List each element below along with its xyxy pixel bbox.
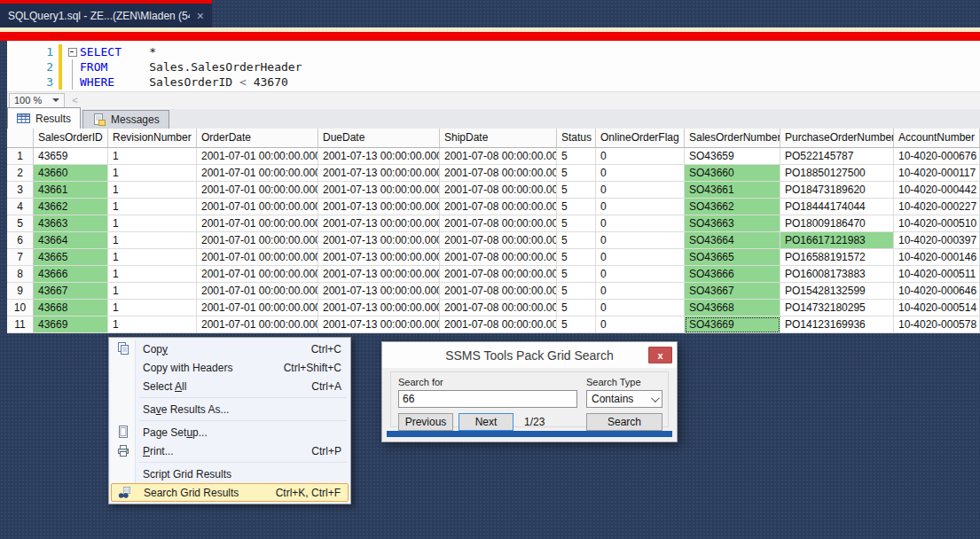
grid-cell[interactable]: 5 — [557, 199, 596, 215]
grid-cell[interactable]: 1 — [108, 316, 197, 333]
column-header[interactable]: Status — [557, 129, 596, 148]
grid-cell[interactable]: 0 — [596, 249, 685, 266]
grid-cell[interactable]: 5 — [557, 316, 596, 333]
column-header[interactable]: SalesOrderNumber — [685, 129, 780, 148]
grid-cell[interactable]: 43663 — [34, 215, 108, 232]
grid-cell[interactable]: 1 — [108, 165, 197, 182]
grid-cell[interactable]: PO16617121983 — [780, 232, 894, 249]
grid-cell[interactable]: SO43665 — [685, 249, 780, 266]
grid-cell[interactable]: 10-4020-000578 — [894, 316, 980, 333]
grid-cell[interactable]: 0 — [596, 148, 685, 165]
grid-cell[interactable]: SO43669 — [685, 316, 780, 333]
grid-cell[interactable]: 0 — [596, 199, 685, 215]
tab-messages[interactable]: Messages — [82, 110, 169, 129]
grid-cell[interactable]: SO43661 — [685, 182, 780, 199]
menu-item-copy-with-headers[interactable]: Copy with HeadersCtrl+Shift+C — [111, 358, 349, 377]
row-header[interactable]: 7 — [7, 249, 34, 266]
code-line[interactable]: 3WHERE SalesOrderID < 43670 — [7, 74, 980, 90]
grid-cell[interactable]: PO522145787 — [780, 148, 894, 165]
grid-cell[interactable]: 2001-07-01 00:00:00.000 — [197, 249, 318, 266]
grid-cell[interactable]: 10-4020-000117 — [894, 165, 980, 182]
grid-cell[interactable]: 10-4020-000227 — [894, 199, 980, 215]
grid-cell[interactable]: PO16008173883 — [780, 266, 894, 283]
grid-cell[interactable]: 1 — [108, 199, 197, 215]
column-header[interactable]: OnlineOrderFlag — [596, 129, 685, 148]
menu-item-copy[interactable]: CopyCtrl+C — [111, 340, 349, 358]
grid-cell[interactable]: 2001-07-13 00:00:00.000 — [318, 148, 440, 165]
grid-cell[interactable]: SO43662 — [685, 199, 780, 215]
grid-cell[interactable]: 1 — [108, 266, 197, 283]
sql-editor[interactable]: 1SELECT *2FROM Sales.SalesOrderHeader3WH… — [7, 41, 980, 91]
grid-cell[interactable]: 2001-07-01 00:00:00.000 — [197, 266, 318, 283]
row-header[interactable]: 8 — [7, 266, 34, 283]
menu-item-search-grid-results[interactable]: Search Grid ResultsCtrl+K, Ctrl+F — [111, 483, 349, 502]
grid-cell[interactable]: PO18444174044 — [780, 199, 894, 215]
column-header[interactable]: RevisionNumber — [108, 129, 197, 148]
grid-cell[interactable]: 1 — [108, 182, 197, 199]
grid-cell[interactable]: 2001-07-08 00:00:00.000 — [440, 148, 557, 165]
grid-cell[interactable]: SO43667 — [685, 283, 780, 300]
grid-cell[interactable]: 0 — [596, 283, 685, 300]
grid-cell[interactable]: SO43660 — [685, 165, 780, 182]
grid-cell[interactable]: 43667 — [34, 283, 108, 300]
menu-item-print[interactable]: Print...Ctrl+P — [111, 441, 349, 460]
grid-cell[interactable]: SO43659 — [685, 148, 780, 165]
grid-cell[interactable]: 5 — [557, 215, 596, 232]
grid-cell[interactable]: 2001-07-13 00:00:00.000 — [318, 232, 440, 249]
grid-cell[interactable]: 10-4020-000397 — [894, 232, 980, 249]
grid-cell[interactable]: 43660 — [34, 165, 108, 182]
tab-results[interactable]: Results — [7, 107, 81, 129]
grid-cell[interactable]: 43659 — [34, 148, 108, 165]
grid-cell[interactable]: SO43663 — [685, 215, 780, 232]
grid-cell[interactable]: 2001-07-01 00:00:00.000 — [197, 215, 318, 232]
grid-cell[interactable]: 2001-07-13 00:00:00.000 — [318, 182, 440, 199]
grid-cell[interactable]: 2001-07-08 00:00:00.000 — [440, 232, 557, 249]
grid-cell[interactable]: PO15428132599 — [780, 283, 894, 300]
grid-cell[interactable]: PO18850127500 — [780, 165, 894, 182]
grid-cell[interactable]: 2001-07-01 00:00:00.000 — [197, 199, 318, 215]
grid-cell[interactable]: 2001-07-13 00:00:00.000 — [318, 199, 440, 215]
grid-cell[interactable]: 2001-07-01 00:00:00.000 — [197, 283, 318, 300]
grid-cell[interactable]: 2001-07-01 00:00:00.000 — [197, 300, 318, 316]
grid-cell[interactable]: 43669 — [34, 316, 108, 333]
column-header[interactable]: ShipDate — [440, 129, 557, 148]
grid-cell[interactable]: 2001-07-13 00:00:00.000 — [318, 249, 440, 266]
grid-cell[interactable]: 5 — [557, 148, 596, 165]
grid-cell[interactable]: 2001-07-01 00:00:00.000 — [197, 182, 318, 199]
search-type-select[interactable]: Contains — [586, 390, 662, 408]
column-header[interactable]: AccountNumber — [894, 129, 980, 148]
grid-cell[interactable]: SO43664 — [685, 232, 780, 249]
collapse-minus-icon[interactable] — [67, 44, 80, 59]
grid-cell[interactable]: 0 — [596, 300, 685, 316]
close-icon[interactable]: × — [197, 10, 204, 22]
grid-cell[interactable]: 2001-07-08 00:00:00.000 — [440, 300, 557, 316]
grid-cell[interactable]: 0 — [596, 232, 685, 249]
row-header[interactable]: 6 — [7, 232, 34, 249]
next-button[interactable]: Next — [459, 413, 514, 431]
search-input[interactable] — [398, 390, 577, 408]
dialog-titlebar[interactable]: SSMS Tools Pack Grid Search x — [382, 342, 677, 368]
row-header[interactable]: 11 — [7, 316, 34, 333]
grid-cell[interactable]: PO14123169936 — [780, 316, 894, 333]
grid-cell[interactable]: 10-4020-000511 — [894, 266, 980, 283]
select-all-corner[interactable] — [7, 129, 34, 148]
grid-cell[interactable]: 2001-07-08 00:00:00.000 — [440, 283, 557, 300]
grid-cell[interactable]: PO14732180295 — [780, 300, 894, 316]
grid-cell[interactable]: 2001-07-08 00:00:00.000 — [440, 165, 557, 182]
column-header[interactable]: DueDate — [318, 129, 440, 148]
grid-cell[interactable]: 1 — [108, 249, 197, 266]
grid-cell[interactable]: 2001-07-01 00:00:00.000 — [197, 316, 318, 333]
grid-cell[interactable]: 2001-07-08 00:00:00.000 — [440, 249, 557, 266]
grid-cell[interactable]: 5 — [557, 300, 596, 316]
grid-cell[interactable]: 43662 — [34, 199, 108, 215]
grid-cell[interactable]: 2001-07-08 00:00:00.000 — [440, 266, 557, 283]
grid-cell[interactable]: 5 — [557, 182, 596, 199]
menu-item-page-setup[interactable]: Page Setup... — [111, 423, 349, 441]
grid-cell[interactable]: 10-4020-000514 — [894, 300, 980, 316]
menu-item-script-grid-results[interactable]: Script Grid Results — [111, 465, 349, 483]
grid-cell[interactable]: 10-4020-000646 — [894, 283, 980, 300]
grid-cell[interactable]: SO43666 — [685, 266, 780, 283]
menu-item-save-results-as[interactable]: Save Results As... — [111, 400, 349, 418]
grid-cell[interactable]: 0 — [596, 266, 685, 283]
grid-cell[interactable]: 0 — [596, 165, 685, 182]
